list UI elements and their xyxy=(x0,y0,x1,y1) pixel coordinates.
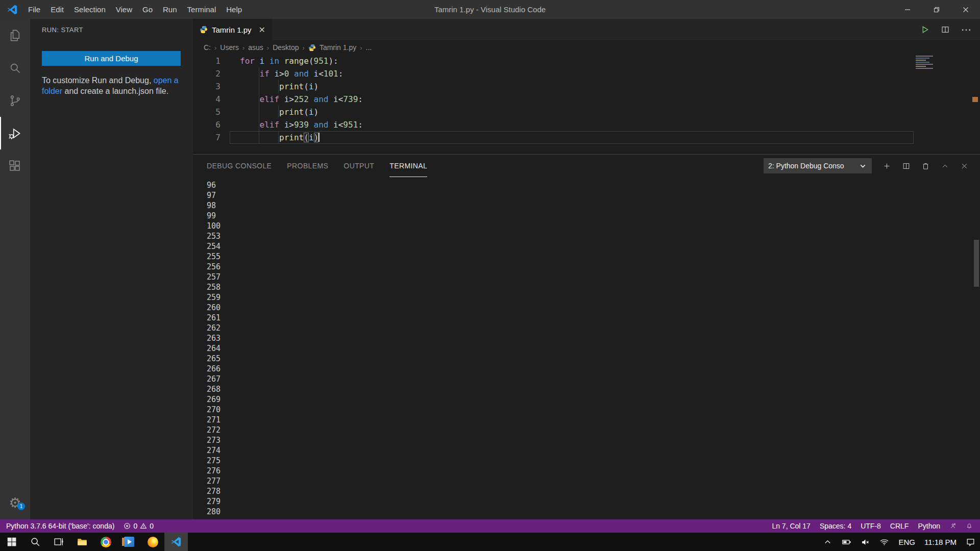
maximize-panel-icon[interactable] xyxy=(941,162,949,170)
hint-text-before: To customize Run and Debug, xyxy=(42,76,154,85)
action-center-icon[interactable] xyxy=(961,533,980,551)
cursor-position-status[interactable]: Ln 7, Col 17 xyxy=(772,522,811,530)
search-icon[interactable] xyxy=(0,52,30,84)
terminal-panel[interactable]: 9697989910025325425525625725825926026126… xyxy=(193,177,980,520)
chevron-right-icon: › xyxy=(242,44,244,52)
vscode-taskbar-icon[interactable] xyxy=(164,533,188,551)
keyboard-language[interactable]: ENG xyxy=(894,533,920,551)
code-editor[interactable]: 1for i in range(951):2 if i>0 and i<101:… xyxy=(193,55,980,154)
eol-status[interactable]: CRLF xyxy=(890,522,909,530)
terminal-line: 99 xyxy=(207,211,980,221)
menu-edit[interactable]: Edit xyxy=(45,5,69,14)
movies-tv-icon[interactable] xyxy=(117,533,141,551)
encoding-status[interactable]: UTF-8 xyxy=(861,522,881,530)
extensions-icon[interactable] xyxy=(0,149,30,182)
breadcrumb-folder[interactable]: asus xyxy=(248,43,263,52)
terminal-line: 268 xyxy=(207,384,980,394)
battery-icon[interactable] xyxy=(837,533,856,551)
volume-muted-icon[interactable] xyxy=(856,533,875,551)
task-view-icon[interactable] xyxy=(47,533,70,551)
panel-tab-terminal[interactable]: TERMINAL xyxy=(389,155,427,177)
python-interpreter-status[interactable]: Python 3.7.6 64-bit ('base': conda) xyxy=(6,522,114,530)
breadcrumb-folder[interactable]: Users xyxy=(220,43,239,52)
terminal-line: 258 xyxy=(207,282,980,292)
settings-gear-icon[interactable]: ⚙ 1 xyxy=(0,492,30,514)
taskbar-search-icon[interactable] xyxy=(23,533,47,551)
code-line-3[interactable]: 3 print(i) xyxy=(193,80,980,93)
close-window-button[interactable] xyxy=(951,0,980,19)
chrome-icon[interactable] xyxy=(94,533,117,551)
start-button[interactable] xyxy=(0,533,23,551)
clock[interactable]: 11:18 PM xyxy=(920,533,961,551)
menu-help[interactable]: Help xyxy=(221,5,247,14)
code-line-6[interactable]: 6 elif i>939 and i<951: xyxy=(193,118,980,131)
tab-tamrin-1-py[interactable]: Tamrin 1.py ✕ xyxy=(193,19,272,40)
bottom-panel: DEBUG CONSOLEPROBLEMSOUTPUTTERMINAL 2: P… xyxy=(193,154,980,519)
menu-view[interactable]: View xyxy=(111,5,137,14)
terminal-selector-dropdown[interactable]: 2: Python Debug Conso xyxy=(764,158,872,173)
split-editor-icon[interactable] xyxy=(941,25,950,34)
window-controls xyxy=(893,0,980,19)
kill-terminal-icon[interactable] xyxy=(921,162,930,170)
terminal-line: 260 xyxy=(207,303,980,313)
run-and-debug-icon[interactable] xyxy=(0,117,30,149)
line-number: 1 xyxy=(193,55,232,67)
menu-terminal[interactable]: Terminal xyxy=(182,5,222,14)
explorer-icon[interactable] xyxy=(0,19,30,52)
terminal-line: 259 xyxy=(207,292,980,303)
restore-button[interactable] xyxy=(922,0,951,19)
file-explorer-icon[interactable] xyxy=(70,533,94,551)
code-text: elif i>252 and i<739: xyxy=(232,93,980,106)
panel-tab-problems[interactable]: PROBLEMS xyxy=(287,155,328,177)
terminal-line: 275 xyxy=(207,456,980,466)
breadcrumb-tail[interactable]: ... xyxy=(366,43,372,52)
breadcrumb-file[interactable]: Tamrin 1.py xyxy=(320,43,356,52)
terminal-line: 273 xyxy=(207,435,980,445)
menu-run[interactable]: Run xyxy=(158,5,182,14)
split-terminal-icon[interactable] xyxy=(902,162,911,170)
line-number: 3 xyxy=(193,80,232,93)
breadcrumb-folder[interactable]: Desktop xyxy=(273,43,299,52)
minimap[interactable] xyxy=(916,56,933,70)
feedback-icon[interactable] xyxy=(949,522,957,530)
code-line-5[interactable]: 5 print(i) xyxy=(193,106,980,118)
indentation-status[interactable]: Spaces: 4 xyxy=(820,522,851,530)
hint-text-after: and create a launch.json file. xyxy=(62,87,168,95)
line-number: 6 xyxy=(193,118,232,131)
terminal-line: 96 xyxy=(207,180,980,190)
code-text: for i in range(951): xyxy=(232,55,980,67)
code-line-2[interactable]: 2 if i>0 and i<101: xyxy=(193,67,980,80)
code-line-4[interactable]: 4 elif i>252 and i<739: xyxy=(193,93,980,106)
language-mode-status[interactable]: Python xyxy=(918,522,940,530)
minimize-button[interactable] xyxy=(893,0,922,19)
menu-go[interactable]: Go xyxy=(137,5,158,14)
notifications-bell-icon[interactable] xyxy=(966,522,973,530)
code-line-7[interactable]: 7 print(i) xyxy=(193,131,980,144)
more-actions-icon[interactable]: ⋯ xyxy=(961,27,972,32)
problems-status[interactable]: 0 0 xyxy=(124,522,154,530)
source-control-icon[interactable] xyxy=(0,84,30,117)
terminal-scrollbar[interactable] xyxy=(974,240,979,287)
wifi-icon[interactable] xyxy=(875,533,894,551)
panel-tab-debug-console[interactable]: DEBUG CONSOLE xyxy=(207,155,272,177)
tab-label: Tamrin 1.py xyxy=(212,26,252,34)
run-python-file-icon[interactable] xyxy=(920,25,929,34)
code-line-1[interactable]: 1for i in range(951): xyxy=(193,55,980,67)
code-text: elif i>939 and i<951: xyxy=(232,118,980,131)
chevron-down-icon xyxy=(859,162,867,170)
new-terminal-icon[interactable] xyxy=(883,162,891,170)
panel-tab-output[interactable]: OUTPUT xyxy=(344,155,374,177)
menu-file[interactable]: File xyxy=(23,5,45,14)
tab-close-icon[interactable]: ✕ xyxy=(259,25,265,35)
terminal-line: 269 xyxy=(207,394,980,405)
firefox-icon[interactable] xyxy=(141,533,164,551)
close-panel-icon[interactable] xyxy=(960,162,969,170)
breadcrumb-folder[interactable]: C: xyxy=(204,43,211,52)
breadcrumb: C:›Users›asus›Desktop› Tamrin 1.py › ... xyxy=(193,40,980,55)
menu-selection[interactable]: Selection xyxy=(69,5,111,14)
chevron-right-icon: › xyxy=(360,44,362,52)
tray-chevron-up-icon[interactable] xyxy=(818,533,837,551)
vscode-logo-icon xyxy=(7,4,18,15)
line-number: 2 xyxy=(193,67,232,80)
run-and-debug-button[interactable]: Run and Debug xyxy=(42,51,181,66)
